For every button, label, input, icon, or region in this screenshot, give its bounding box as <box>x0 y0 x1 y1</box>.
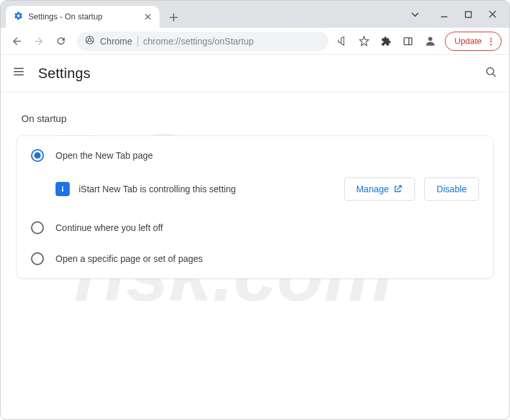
option-specific[interactable]: Open a specific page or set of pages <box>17 243 493 274</box>
back-button[interactable] <box>7 32 26 51</box>
omnibox-prefix: Chrome <box>100 36 132 46</box>
option-label: Open the New Tab page <box>56 150 153 161</box>
svg-point-7 <box>487 67 494 74</box>
svg-rect-8 <box>62 186 63 188</box>
menu-dots-icon: ⋮ <box>487 36 495 46</box>
option-continue[interactable]: Continue where you left off <box>17 212 493 243</box>
minimize-button[interactable] <box>440 10 448 21</box>
option-new-tab[interactable]: Open the New Tab page <box>17 140 493 171</box>
window-controls <box>411 10 505 28</box>
titlebar: Settings - On startup <box>1 1 509 28</box>
address-bar[interactable]: Chrome chrome://settings/onStartup <box>77 32 329 51</box>
omnibox-url: chrome://settings/onStartup <box>143 36 254 46</box>
browser-tab[interactable]: Settings - On startup <box>6 6 159 28</box>
extension-notice-row: iStart New Tab is controlling this setti… <box>17 171 493 212</box>
profile-icon[interactable] <box>423 34 437 48</box>
startup-card: Open the New Tab page iStart New Tab is … <box>16 135 494 279</box>
close-window-button[interactable] <box>489 10 496 21</box>
chrome-icon <box>85 35 95 47</box>
forward-button[interactable] <box>29 32 48 51</box>
disable-button[interactable]: Disable <box>424 177 479 201</box>
extensions-icon[interactable] <box>379 34 393 48</box>
update-button[interactable]: Update ⋮ <box>445 32 502 51</box>
update-label: Update <box>454 36 482 46</box>
extension-icon <box>56 182 70 196</box>
radio-icon[interactable] <box>31 252 44 265</box>
reload-button[interactable] <box>51 32 70 51</box>
svg-point-4 <box>88 39 92 42</box>
settings-header: Settings <box>1 55 509 92</box>
hamburger-icon[interactable] <box>12 65 25 81</box>
option-label: Continue where you left off <box>56 223 163 233</box>
separator <box>138 36 138 46</box>
svg-point-6 <box>428 37 432 41</box>
share-icon[interactable] <box>335 34 349 48</box>
bookmark-icon[interactable] <box>357 34 371 48</box>
sidepanel-icon[interactable] <box>401 34 415 48</box>
radio-icon[interactable] <box>31 221 44 234</box>
new-tab-button[interactable] <box>165 8 183 26</box>
extension-notice-text: iStart New Tab is controlling this setti… <box>79 184 335 194</box>
svg-rect-2 <box>465 12 471 17</box>
section-label: On startup <box>21 113 494 124</box>
svg-rect-5 <box>404 37 412 45</box>
settings-content: On startup Open the New Tab page iStart … <box>1 92 509 295</box>
manage-button[interactable]: Manage <box>344 177 416 201</box>
maximize-button[interactable] <box>465 10 472 21</box>
close-icon[interactable] <box>143 12 153 22</box>
chevron-down-icon[interactable] <box>411 10 423 21</box>
option-label: Open a specific page or set of pages <box>56 254 203 264</box>
radio-selected-icon[interactable] <box>31 149 44 162</box>
svg-rect-9 <box>62 188 63 192</box>
browser-toolbar: Chrome chrome://settings/onStartup Updat… <box>1 28 509 55</box>
tab-title: Settings - On startup <box>28 12 138 21</box>
search-icon[interactable] <box>485 66 498 81</box>
gear-icon <box>14 11 23 23</box>
external-link-icon <box>393 184 403 194</box>
page-title: Settings <box>38 65 90 82</box>
